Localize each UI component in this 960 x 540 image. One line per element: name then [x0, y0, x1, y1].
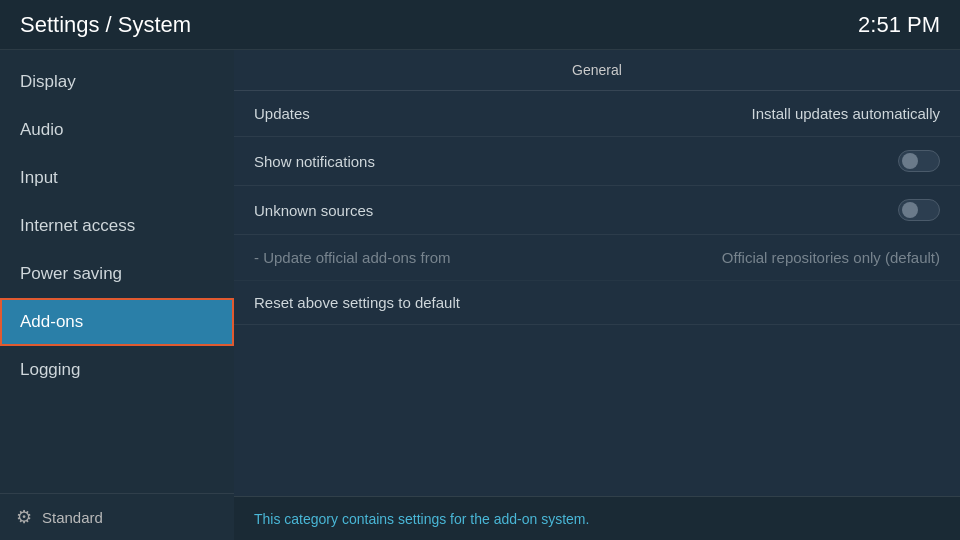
sidebar-item-audio[interactable]: Audio [0, 106, 234, 154]
gear-icon: ⚙ [16, 506, 32, 528]
sidebar-item-logging[interactable]: Logging [0, 346, 234, 394]
header: Settings / System 2:51 PM [0, 0, 960, 50]
sidebar-nav: DisplayAudioInputInternet accessPower sa… [0, 50, 234, 493]
sidebar-footer-label: Standard [42, 509, 103, 526]
content-panel: General UpdatesInstall updates automatic… [234, 50, 960, 496]
section-header: General [234, 50, 960, 91]
setting-value-updates: Install updates automatically [752, 105, 940, 122]
sidebar-item-add-ons[interactable]: Add-ons [0, 298, 234, 346]
sidebar-item-power-saving[interactable]: Power saving [0, 250, 234, 298]
main-layout: DisplayAudioInputInternet accessPower sa… [0, 50, 960, 540]
settings-list: UpdatesInstall updates automaticallyShow… [234, 91, 960, 281]
sidebar-item-input[interactable]: Input [0, 154, 234, 202]
setting-label-update-addons-from: - Update official add-ons from [254, 249, 451, 266]
setting-label-show-notifications: Show notifications [254, 153, 375, 170]
setting-row-unknown-sources[interactable]: Unknown sources [234, 186, 960, 235]
setting-value-update-addons-from: Official repositories only (default) [722, 249, 940, 266]
setting-row-show-notifications[interactable]: Show notifications [234, 137, 960, 186]
sidebar: DisplayAudioInputInternet accessPower sa… [0, 50, 234, 540]
setting-row-updates: UpdatesInstall updates automatically [234, 91, 960, 137]
reset-settings-button[interactable]: Reset above settings to default [234, 281, 960, 325]
sidebar-footer: ⚙ Standard [0, 493, 234, 540]
content-area: General UpdatesInstall updates automatic… [234, 50, 960, 540]
footer-description: This category contains settings for the … [254, 511, 589, 527]
content-footer: This category contains settings for the … [234, 496, 960, 540]
toggle-unknown-sources[interactable] [898, 199, 940, 221]
section-label: General [572, 62, 622, 78]
toggle-show-notifications[interactable] [898, 150, 940, 172]
sidebar-item-internet-access[interactable]: Internet access [0, 202, 234, 250]
setting-label-updates: Updates [254, 105, 310, 122]
setting-label-unknown-sources: Unknown sources [254, 202, 373, 219]
clock-display: 2:51 PM [858, 12, 940, 38]
page-title: Settings / System [20, 12, 191, 38]
setting-row-update-addons-from: - Update official add-ons fromOfficial r… [234, 235, 960, 281]
reset-label: Reset above settings to default [254, 294, 460, 311]
sidebar-item-display[interactable]: Display [0, 58, 234, 106]
